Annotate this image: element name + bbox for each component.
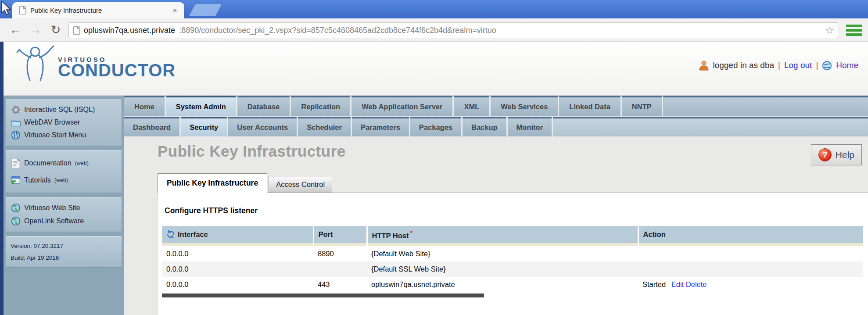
help-label: Help <box>836 150 854 160</box>
sidebar-item-virtuoso-web-site[interactable]: Virtuoso Web Site <box>9 201 119 215</box>
sidebar-item-interactive-sql[interactable]: Interactive SQL (ISQL) <box>9 103 119 116</box>
tab-linked-data[interactable]: Linked Data <box>559 96 621 116</box>
cell-action <box>638 261 863 277</box>
home-link[interactable]: Home <box>836 61 858 70</box>
build-text: Build: Apr 19 2016 <box>11 252 117 264</box>
cell-interface: 0.0.0.0 <box>162 261 313 277</box>
sidebar-item-label: Virtuoso Web Site <box>24 204 80 212</box>
left-border-strip <box>0 42 4 315</box>
url-bar[interactable]: opluswin7qa.usnet.private :8890/conducto… <box>68 22 838 38</box>
main-area: Home System Admin Database Replication W… <box>124 96 868 315</box>
tab-monitor[interactable]: Monitor <box>508 117 552 136</box>
sidebar-item-documentation[interactable]: Documentation (web) <box>9 154 119 172</box>
cell-interface: 0.0.0.0 <box>162 277 313 292</box>
page-body: Public Key Infrastructure ? Help Public … <box>124 136 868 315</box>
browser-tab[interactable]: Public Key Infrastructure × <box>12 2 184 18</box>
https-listener-table: Interface Port HTTP Host* Action <box>162 226 863 292</box>
help-question-icon: ? <box>818 148 832 161</box>
sidebar-item-suffix: (web) <box>54 177 68 183</box>
cell-port <box>313 261 367 277</box>
cell-interface: 0.0.0.0 <box>162 246 313 261</box>
cell-port: 8890 <box>313 246 367 261</box>
globe-icon <box>11 216 21 226</box>
brand-text: VIRTUOSO CONDUCTOR <box>58 56 176 79</box>
content-tabstrip: Public Key Infrastructure Access Control <box>158 173 868 193</box>
tab-xml[interactable]: XML <box>454 96 489 116</box>
nav-filler <box>663 96 868 116</box>
back-button[interactable]: ← <box>7 22 24 39</box>
tab-nntp[interactable]: NNTP <box>622 96 662 116</box>
listener-status: Started <box>642 280 666 288</box>
required-asterisk: * <box>410 229 413 236</box>
column-label: HTTP Host <box>372 232 409 240</box>
tab-web-services[interactable]: Web Services <box>491 96 558 116</box>
url-path: :8890/conductor/sec_pki_2.vspx?sid=857c5… <box>179 26 821 35</box>
bookmark-star-icon[interactable]: ☆ <box>825 25 834 36</box>
horizontal-scrollbar[interactable] <box>162 294 484 297</box>
tab-system-admin[interactable]: System Admin <box>166 96 236 116</box>
browser-tab-title: Public Key Infrastructure <box>30 7 166 14</box>
tab-database[interactable]: Database <box>237 96 290 116</box>
column-header-http-host: HTTP Host* <box>367 226 638 243</box>
tab-packages[interactable]: Packages <box>410 117 461 136</box>
column-label: Action <box>643 230 666 238</box>
tab-dashboard[interactable]: Dashboard <box>124 117 179 136</box>
column-label: Port <box>319 230 333 238</box>
table-row: 0.0.0.0 {Default SSL Web Site} <box>162 261 863 277</box>
table-header-row: Interface Port HTTP Host* Action <box>162 226 863 243</box>
browser-titlebar: Public Key Infrastructure × <box>0 0 868 18</box>
sidebar-item-label: Tutorials <box>24 176 51 184</box>
hamburger-menu-icon[interactable] <box>846 22 862 38</box>
conductor-figure-icon <box>15 44 55 81</box>
tab-parameters[interactable]: Parameters <box>352 117 409 136</box>
gear-icon <box>11 105 21 115</box>
secondary-nav: Dashboard Security User Accounts Schedul… <box>124 117 868 136</box>
sidebar-version-panel: Version: 07.20.3217 Build: Apr 19 2016 <box>6 236 122 268</box>
document-icon <box>11 158 21 168</box>
sidebar-item-openlink-software[interactable]: OpenLink Software <box>9 215 119 228</box>
reload-button[interactable]: ↻ <box>47 22 64 39</box>
nav-filler <box>553 117 868 136</box>
sidebar-item-webdav-browser[interactable]: WebDAV Browser <box>9 116 119 129</box>
sidebar-item-label: Documentation <box>24 159 72 167</box>
column-header-port: Port <box>313 226 367 243</box>
tab-user-accounts[interactable]: User Accounts <box>228 117 297 136</box>
url-host: opluswin7qa.usnet.private <box>84 26 175 35</box>
tab-access-control[interactable]: Access Control <box>269 176 332 193</box>
globe-icon <box>822 61 832 71</box>
help-button[interactable]: ? Help <box>811 144 862 165</box>
sidebar-item-tutorials[interactable]: Tutorials (web) <box>9 172 119 189</box>
forward-button[interactable]: → <box>27 22 44 39</box>
refresh-icon[interactable] <box>166 230 175 239</box>
conductor-logo: VIRTUOSO CONDUCTOR <box>15 44 176 81</box>
page-title: Public Key Infrastructure <box>158 143 868 160</box>
cell-action <box>638 246 863 261</box>
virtuoso-conductor-window: Public Key Infrastructure × ← → ↻ oplusw… <box>0 0 868 315</box>
edit-link[interactable]: Edit <box>671 280 684 288</box>
tab-replication[interactable]: Replication <box>291 96 350 116</box>
log-out-link[interactable]: Log out <box>784 61 812 70</box>
sidebar-docs-panel: Documentation (web) Tutorials (web) <box>6 150 122 193</box>
sidebar-links-panel: Virtuoso Web Site OpenLink Software <box>6 197 122 232</box>
table-row: 0.0.0.0 443 opluswin7qa.usnet.private St… <box>162 277 863 292</box>
tab-home[interactable]: Home <box>124 96 165 116</box>
sidebar-item-virtuoso-start-menu[interactable]: Virtuoso Start Menu <box>9 129 119 142</box>
separator: | <box>816 61 818 70</box>
column-header-interface: Interface <box>162 226 313 243</box>
tab-scheduler[interactable]: Scheduler <box>298 117 351 136</box>
tutorial-window-icon <box>11 175 21 185</box>
new-tab-button[interactable] <box>189 4 222 16</box>
tab-public-key-infrastructure[interactable]: Public Key Infrastructure <box>158 173 267 193</box>
table-row: 0.0.0.0 8890 {Default Web Site} <box>162 246 863 261</box>
page-icon <box>19 6 26 14</box>
cell-http-host: {Default Web Site} <box>367 246 638 261</box>
tab-backup[interactable]: Backup <box>463 117 506 136</box>
header-divider-row <box>162 243 863 246</box>
tab-security[interactable]: Security <box>181 117 227 136</box>
app-header: VIRTUOSO CONDUCTOR logged in as dba | Lo… <box>4 42 868 96</box>
person-icon <box>699 60 709 71</box>
tab-web-application-server[interactable]: Web Application Server <box>352 96 452 116</box>
brand-conductor: CONDUCTOR <box>58 61 176 79</box>
close-icon[interactable]: × <box>171 6 179 15</box>
delete-link[interactable]: Delete <box>686 280 707 288</box>
